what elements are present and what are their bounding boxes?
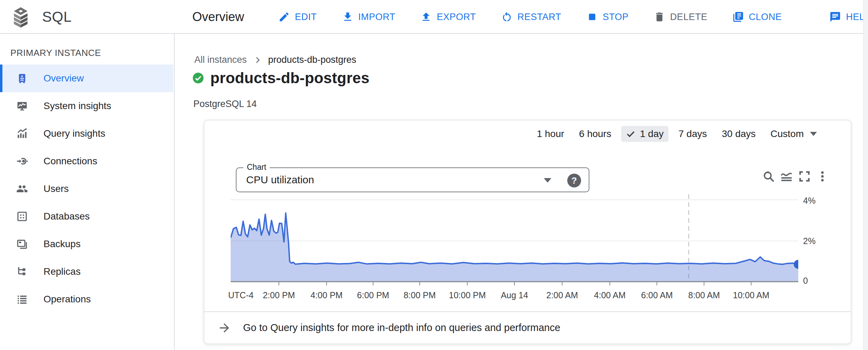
x-axis-label: Aug 14	[501, 290, 528, 300]
cpu-utilization-chart: 4% 2% 0 UTC-42:00 PM4:00 PM6:00 PM8:00 P…	[204, 120, 851, 343]
sidebar-item-backups[interactable]: Backups	[0, 230, 173, 258]
sidebar-item-label: Overview	[44, 73, 84, 84]
import-label: IMPORT	[358, 12, 396, 22]
restart-label: RESTART	[518, 12, 561, 22]
clone-label: CLONE	[749, 12, 782, 22]
sidebar-item-connections[interactable]: Connections	[0, 147, 173, 175]
x-axis-label: 10:00 PM	[449, 290, 486, 300]
green-check-icon	[192, 72, 204, 84]
instance-version: PostgreSQL 14	[193, 99, 257, 109]
sidebar-item-label: Databases	[44, 211, 90, 222]
sidebar-item-label: Users	[44, 183, 69, 194]
stop-icon	[586, 11, 598, 23]
x-axis-label: 4:00 PM	[310, 290, 343, 300]
nav-section-title: PRIMARY INSTANCE	[10, 48, 101, 58]
sidebar-item-users[interactable]: Users	[0, 175, 173, 203]
left-nav: PRIMARY INSTANCE Overview System insight…	[0, 34, 175, 350]
product-name: SQL	[42, 0, 72, 34]
sidebar-item-label: System insights	[44, 100, 111, 111]
x-axis-label: 8:00 AM	[688, 290, 720, 300]
instance-title-row: products-db-postgres	[192, 69, 369, 87]
top-app-bar: SQL Overview EDIT IMPORT EXPORT RESTART …	[0, 0, 868, 34]
users-icon	[16, 183, 28, 195]
x-axis-label: 4:00 AM	[594, 290, 626, 300]
edit-button[interactable]: EDIT	[278, 11, 317, 23]
instance-icon	[16, 72, 28, 85]
list-icon	[16, 293, 28, 305]
y-axis-label: 4%	[803, 196, 816, 206]
trash-icon	[654, 11, 665, 23]
help-assistant-button[interactable]: HELP ASSISTANT	[829, 11, 868, 23]
chevron-right-icon	[253, 56, 262, 65]
nav-list: Overview System insights Query insights …	[0, 65, 173, 313]
breadcrumb-all-instances[interactable]: All instances	[194, 55, 247, 65]
clone-icon	[732, 11, 744, 23]
y-axis-label: 2%	[803, 236, 816, 246]
query-insights-link[interactable]: Go to Query insights for more in-depth i…	[204, 312, 851, 343]
sidebar-item-databases[interactable]: Databases	[0, 203, 173, 230]
x-axis-label: 2:00 PM	[263, 290, 295, 300]
y-axis-label: 0	[803, 276, 808, 286]
sidebar-item-label: Operations	[44, 294, 91, 305]
edit-label: EDIT	[295, 12, 317, 22]
breadcrumb-current: products-db-postgres	[268, 55, 356, 65]
sidebar-item-label: Replicas	[44, 266, 80, 277]
connection-icon	[16, 155, 28, 167]
cloud-sql-logo-icon	[12, 7, 29, 28]
page-title: Overview	[192, 0, 244, 34]
instance-name: products-db-postgres	[210, 69, 369, 87]
cloud-sql-overview-page: SQL Overview EDIT IMPORT EXPORT RESTART …	[0, 0, 868, 350]
chat-icon	[829, 11, 841, 23]
sidebar-item-overview[interactable]: Overview	[0, 65, 173, 92]
restart-button[interactable]: RESTART	[501, 11, 561, 23]
x-axis-label: 8:00 PM	[404, 290, 436, 300]
x-axis-label: 10:00 AM	[733, 290, 770, 300]
arrow-forward-icon	[218, 321, 231, 335]
breadcrumb: All instances products-db-postgres	[194, 55, 356, 65]
bar-chart-icon	[16, 127, 28, 140]
x-axis-label: 2:00 AM	[546, 290, 578, 300]
sidebar-item-label: Query insights	[44, 128, 105, 139]
restart-icon	[501, 11, 513, 23]
tree-icon	[16, 265, 28, 278]
instance-action-toolbar: EDIT IMPORT EXPORT RESTART STOP DELETE	[278, 0, 868, 34]
sidebar-item-label: Connections	[44, 156, 97, 167]
export-label: EXPORT	[437, 12, 476, 22]
page-scrollbar[interactable]	[863, 0, 868, 350]
sidebar-item-system-insights[interactable]: System insights	[0, 92, 173, 120]
delete-button[interactable]: DELETE	[654, 11, 707, 23]
sidebar-item-replicas[interactable]: Replicas	[0, 258, 173, 285]
sidebar-item-label: Backups	[44, 239, 80, 250]
export-icon	[420, 11, 432, 23]
monitor-chart-icon	[16, 100, 28, 112]
sidebar-item-query-insights[interactable]: Query insights	[0, 120, 173, 147]
grid-icon	[16, 210, 28, 223]
backups-icon	[16, 238, 28, 250]
pencil-icon	[278, 11, 290, 23]
sidebar-item-operations[interactable]: Operations	[0, 285, 173, 313]
x-axis-label: UTC-4	[228, 290, 254, 300]
import-icon	[342, 11, 354, 23]
delete-label: DELETE	[670, 12, 707, 22]
clone-button[interactable]: CLONE	[732, 11, 782, 23]
stop-label: STOP	[603, 12, 629, 22]
query-insights-link-text: Go to Query insights for more in-depth i…	[243, 322, 560, 333]
chart-plot-area[interactable]	[231, 193, 798, 286]
x-axis-label: 6:00 PM	[357, 290, 389, 300]
metrics-card: 1 hour 6 hours 1 day 7 days 30 days Cust…	[204, 120, 851, 344]
stop-button[interactable]: STOP	[586, 11, 629, 23]
import-button[interactable]: IMPORT	[342, 11, 396, 23]
x-axis-label: 6:00 AM	[641, 290, 673, 300]
export-button[interactable]: EXPORT	[420, 11, 476, 23]
